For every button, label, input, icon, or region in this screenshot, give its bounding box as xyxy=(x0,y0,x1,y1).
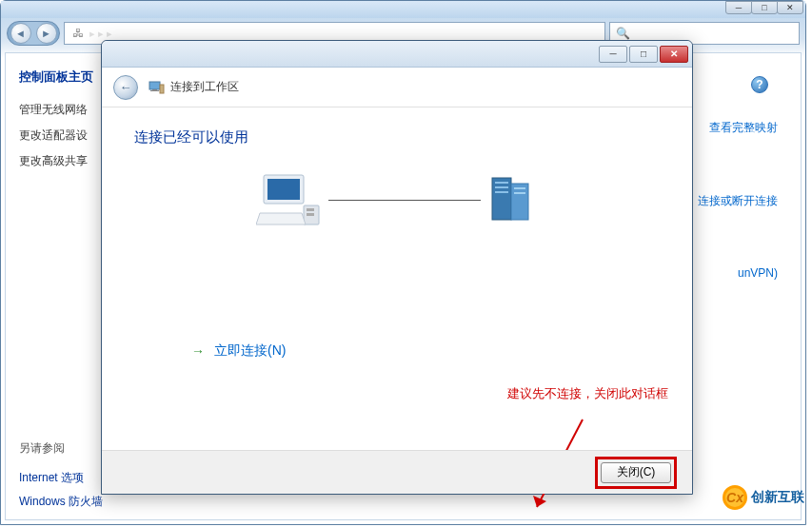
svg-rect-2 xyxy=(150,90,159,91)
wizard-titlebar: ─ □ ✕ xyxy=(102,41,692,68)
annotation-text: 建议先不连接，关闭此对话框 xyxy=(507,385,668,402)
right-link[interactable]: 连接或断开连接 xyxy=(698,193,778,209)
help-icon[interactable]: ? xyxy=(751,76,768,93)
wizard-header: ← 连接到工作区 xyxy=(102,68,692,107)
wizard-content: 连接已经可以使用 → 立即连接(N) xyxy=(102,107,692,450)
close-button-highlight: 关闭(C) xyxy=(595,457,677,489)
svg-rect-15 xyxy=(514,192,525,194)
wizard-close-button[interactable]: ✕ xyxy=(660,46,688,63)
svg-rect-11 xyxy=(495,182,508,184)
search-icon: 🔍 xyxy=(616,27,630,40)
wizard-back-button[interactable]: ← xyxy=(113,75,138,100)
svg-rect-0 xyxy=(149,82,160,89)
svg-rect-14 xyxy=(514,187,525,189)
svg-rect-1 xyxy=(152,89,157,90)
close-button[interactable]: 关闭(C) xyxy=(601,462,671,483)
back-button[interactable]: ◄ xyxy=(10,23,31,44)
wizard-heading: 连接已经可以使用 xyxy=(134,128,660,146)
workspace-icon xyxy=(148,79,165,96)
svg-rect-3 xyxy=(160,85,164,93)
svg-rect-5 xyxy=(267,179,300,200)
wizard-footer: 关闭(C) xyxy=(102,450,692,494)
connect-now-text: 立即连接(N) xyxy=(214,342,286,360)
nav-back-forward: ◄ ► xyxy=(7,21,60,46)
wizard-maximize-button[interactable]: □ xyxy=(629,46,658,63)
connection-visual xyxy=(134,171,660,228)
network-icon: 🖧 xyxy=(70,26,86,41)
computer-icon xyxy=(256,171,323,228)
svg-rect-9 xyxy=(492,178,511,220)
watermark-logo: Cx xyxy=(723,485,747,510)
right-links: ? 查看完整映射 连接或断开连接 unVPN) xyxy=(698,120,778,337)
close-button[interactable]: ✕ xyxy=(777,1,803,14)
right-link[interactable]: 查看完整映射 xyxy=(698,120,778,136)
maximize-button[interactable]: □ xyxy=(751,1,778,14)
connect-now-link[interactable]: → 立即连接(N) xyxy=(191,342,660,360)
wizard-title: 连接到工作区 xyxy=(170,79,239,95)
connection-line xyxy=(328,200,481,201)
svg-rect-8 xyxy=(307,213,314,216)
server-icon xyxy=(486,174,539,226)
explorer-titlebar: ─ □ ✕ xyxy=(1,1,805,18)
wizard-minimize-button[interactable]: ─ xyxy=(599,46,627,63)
watermark-text: 创新互联 xyxy=(751,489,804,506)
right-link[interactable]: unVPN) xyxy=(698,266,778,280)
watermark: Cx 创新互联 xyxy=(723,485,804,510)
wizard-dialog: ─ □ ✕ ← 连接到工作区 连接已经可以使用 xyxy=(101,40,693,495)
svg-rect-13 xyxy=(495,191,508,193)
forward-button[interactable]: ► xyxy=(36,23,57,44)
svg-rect-7 xyxy=(307,208,314,211)
arrow-right-icon: → xyxy=(191,343,205,359)
svg-rect-12 xyxy=(495,186,508,188)
minimize-button[interactable]: ─ xyxy=(725,1,752,14)
